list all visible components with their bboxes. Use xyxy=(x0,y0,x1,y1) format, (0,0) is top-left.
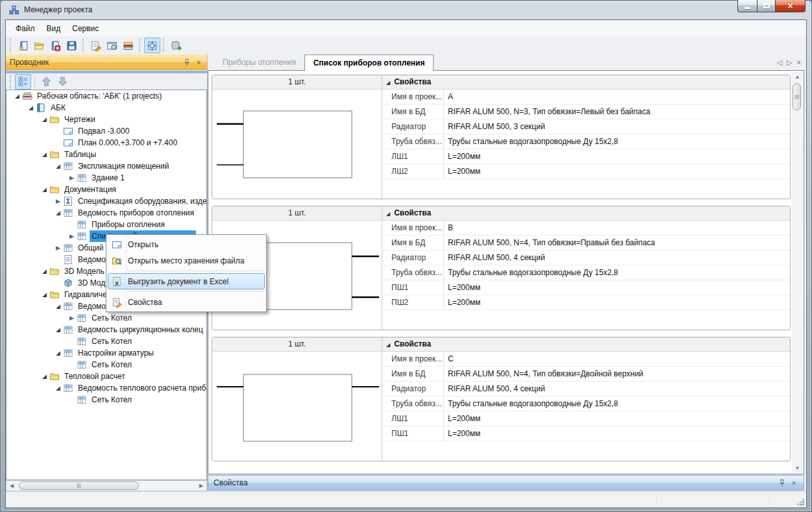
tab-close-icon[interactable]: × xyxy=(797,58,801,66)
menu-сервис[interactable]: Сервис xyxy=(66,21,105,36)
property-row[interactable]: Имя в БДRIFAR ALUM 500, N=4, Тип обвязки… xyxy=(382,367,790,382)
scroll-right-icon[interactable]: ▶ xyxy=(196,481,206,491)
new-document-button[interactable] xyxy=(15,38,31,53)
tree-expander[interactable]: ◢ xyxy=(54,160,62,172)
vertical-scrollbar[interactable]: ▲ ▼ xyxy=(792,71,803,473)
tree-expander[interactable]: ◢ xyxy=(40,114,49,125)
property-row[interactable]: Труба обвяз...Трубы стальные водогазопро… xyxy=(382,134,790,149)
tree-item[interactable]: План 0.000,+3.700 и +7.400 xyxy=(6,137,206,149)
minimize-button[interactable] xyxy=(737,0,757,12)
tree-item[interactable]: Подвал -3.000 xyxy=(6,125,206,137)
selection-mode-button[interactable] xyxy=(144,38,160,53)
tree-expander[interactable]: ▶ xyxy=(54,195,62,207)
property-row[interactable]: Имя в БДRIFAR ALUM 500, N=3, Тип обвязки… xyxy=(382,104,790,119)
menu-вид[interactable]: Вид xyxy=(41,21,67,36)
menu-item-open[interactable]: Открыть xyxy=(108,236,265,252)
tree-item[interactable]: ◢Тепловой расчет xyxy=(6,371,206,382)
tree-expander[interactable]: ◢ xyxy=(13,90,21,102)
scroll-up-icon[interactable]: ▲ xyxy=(792,71,803,82)
tree-item[interactable]: ◢Рабочая область: 'АБК' (1 projects) xyxy=(6,90,206,102)
property-row[interactable]: Труба обвяз...Трубы стальные водогазопро… xyxy=(382,396,790,411)
tree-horizontal-scrollbar[interactable]: ◀ ▶ xyxy=(6,480,207,491)
tree-item[interactable]: Сеть Котел xyxy=(6,394,206,406)
property-row[interactable]: Имя в проек...B xyxy=(382,221,790,236)
property-row[interactable]: Имя в проек...C xyxy=(382,352,790,367)
property-row[interactable]: РадиаторRIFAR ALUM 500, 3 секций xyxy=(382,119,790,134)
properties-header[interactable]: ◢Свойства xyxy=(382,337,790,351)
properties-header[interactable]: ◢Свойства xyxy=(382,75,790,89)
properties-dock-header[interactable]: Свойства × xyxy=(208,475,804,491)
close-panel-icon[interactable]: × xyxy=(194,58,203,67)
tree-expander[interactable]: ◢ xyxy=(40,371,49,382)
close-document-button[interactable] xyxy=(47,38,64,53)
tree-expander[interactable]: ▶ xyxy=(54,242,62,254)
tree-expander[interactable]: ◢ xyxy=(54,382,62,394)
property-row[interactable]: Труба обвяз...Трубы стальные водогазопро… xyxy=(382,265,790,280)
move-up-button[interactable] xyxy=(38,74,55,90)
tree-expander[interactable]: ◢ xyxy=(40,265,49,277)
database-add-button[interactable] xyxy=(168,38,184,53)
settings-button[interactable] xyxy=(104,38,120,53)
property-row[interactable]: РадиаторRIFAR ALUM 500, 4 секций xyxy=(382,250,790,265)
save-button[interactable] xyxy=(64,38,80,53)
scrollbar-thumb[interactable] xyxy=(793,83,801,110)
open-button[interactable] xyxy=(31,38,47,53)
tab-1[interactable]: Приборы отопления xyxy=(214,55,304,71)
tree-expander[interactable]: ▶ xyxy=(68,312,76,324)
property-row[interactable]: ПШ1L=200мм xyxy=(382,426,790,441)
property-row[interactable]: ЛШ1L=200мм xyxy=(382,411,790,426)
tree-expander[interactable]: ◢ xyxy=(40,149,49,160)
property-row[interactable]: РадиаторRIFAR ALUM 500, 4 секций xyxy=(382,382,790,396)
menu-файл[interactable]: Файл xyxy=(10,21,41,36)
menu-item-properties[interactable]: Свойства xyxy=(108,294,265,310)
archive-button[interactable] xyxy=(120,38,136,53)
tree-item[interactable]: ◢АБК xyxy=(6,102,206,114)
menu-item-export-to-excel[interactable]: Выгрузить документ в Excel xyxy=(108,273,265,289)
tree-item[interactable]: ▶Здание 1 xyxy=(6,172,206,184)
tree-item[interactable]: Сеть Котел xyxy=(6,335,206,347)
scroll-down-icon[interactable]: ▼ xyxy=(792,463,803,473)
tree-item[interactable]: ▶ΣСпецификация оборудования, издел xyxy=(6,195,206,207)
close-button[interactable]: × xyxy=(776,0,806,12)
tree-item[interactable]: ◢Настройки арматуры xyxy=(6,347,206,359)
pin-icon[interactable] xyxy=(778,478,787,487)
property-row[interactable]: ЛШ1L=200мм xyxy=(382,149,790,164)
move-down-button[interactable] xyxy=(55,74,71,90)
tab-next-icon[interactable]: ▷ xyxy=(787,58,792,67)
pin-icon[interactable] xyxy=(182,58,191,67)
property-row[interactable]: ПШ2L=200мм xyxy=(382,295,790,310)
properties-header[interactable]: ◢Свойства xyxy=(382,206,790,220)
tree-expander[interactable]: ◢ xyxy=(54,300,62,312)
property-row[interactable]: ПШ1L=200мм xyxy=(382,280,790,295)
tree-item[interactable]: ◢Чертежи xyxy=(6,114,206,125)
tree-expander[interactable]: ◢ xyxy=(54,324,62,335)
tree-expander[interactable]: ◢ xyxy=(54,207,62,219)
document-properties-button[interactable] xyxy=(88,38,104,53)
maximize-button[interactable] xyxy=(757,0,776,12)
property-row[interactable]: ЛШ2L=200мм xyxy=(382,164,790,179)
tree-item[interactable]: Сеть Котел xyxy=(6,359,206,371)
tree-item[interactable]: ◢Ведомость приборов отопления xyxy=(6,207,206,219)
tree-expander[interactable]: ◢ xyxy=(54,347,62,359)
property-row[interactable]: Имя в проек...A xyxy=(382,90,790,104)
scroll-left-icon[interactable]: ◀ xyxy=(6,481,17,491)
title-bar[interactable]: Менеджер проекта × xyxy=(0,0,812,19)
tree-expander[interactable]: ▶ xyxy=(68,230,76,242)
tree-expander[interactable]: ▶ xyxy=(68,172,76,184)
tree-expander[interactable]: ◢ xyxy=(40,184,49,195)
scrollbar-thumb[interactable] xyxy=(19,482,139,490)
tree-item[interactable]: ◢Документация xyxy=(6,184,206,195)
tree-item[interactable]: ◢Экспликация помещений xyxy=(6,160,206,172)
close-panel-icon[interactable]: × xyxy=(789,478,798,487)
tree-expander[interactable]: ◢ xyxy=(40,289,49,300)
tree-item[interactable]: Приборы отопления xyxy=(6,219,206,230)
resize-grip[interactable] xyxy=(802,504,804,506)
tab-prev-icon[interactable]: ◁ xyxy=(777,58,782,67)
tree-expander[interactable]: ◢ xyxy=(27,102,35,114)
tree-item[interactable]: ◢Таблицы xyxy=(6,149,206,160)
tree-item[interactable]: ◢Ведомость циркуляционных колец xyxy=(6,324,206,335)
tree-item[interactable]: ▶Сеть Котел xyxy=(6,312,206,324)
tab-2[interactable]: Список приборов отопления xyxy=(304,55,434,71)
tree-item[interactable]: ◢Ведомость теплового расчета прибо xyxy=(6,382,206,394)
property-row[interactable]: Имя в БДRIFAR ALUM 500, N=4, Тип обвязки… xyxy=(382,236,790,250)
